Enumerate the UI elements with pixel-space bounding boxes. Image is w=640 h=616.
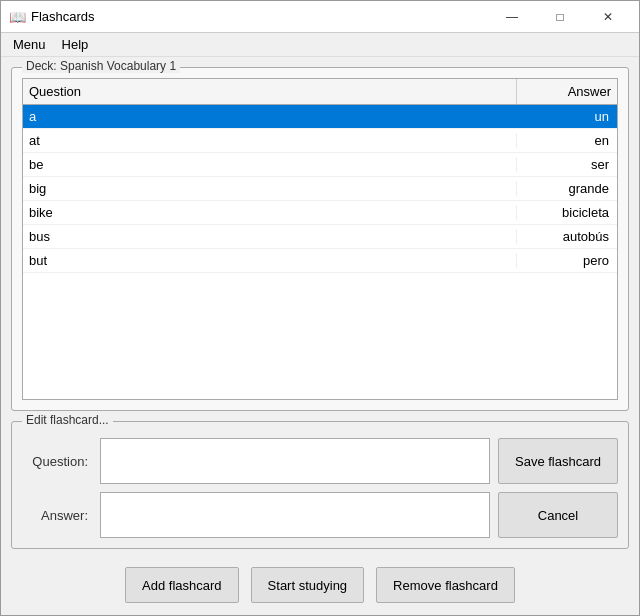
start-studying-button[interactable]: Start studying: [251, 567, 365, 603]
close-button[interactable]: ✕: [585, 2, 631, 32]
bottom-bar: Add flashcard Start studying Remove flas…: [1, 559, 639, 615]
menu-item-menu[interactable]: Menu: [5, 35, 54, 54]
edit-group-label: Edit flashcard...: [22, 413, 113, 427]
deck-group-label: Deck: Spanish Vocabulary 1: [22, 59, 180, 73]
question-input[interactable]: [100, 438, 490, 484]
row-answer: grande: [517, 181, 617, 196]
row-question: be: [23, 157, 517, 172]
row-question: bike: [23, 205, 517, 220]
minimize-button[interactable]: —: [489, 2, 535, 32]
table-row[interactable]: butpero: [23, 249, 617, 273]
remove-flashcard-button[interactable]: Remove flashcard: [376, 567, 515, 603]
window-title: Flashcards: [31, 9, 489, 24]
deck-group-box: Deck: Spanish Vocabulary 1 Question Answ…: [11, 67, 629, 411]
row-answer: pero: [517, 253, 617, 268]
column-header-answer: Answer: [517, 79, 617, 104]
answer-input[interactable]: [100, 492, 490, 538]
window-content: Deck: Spanish Vocabulary 1 Question Answ…: [1, 57, 639, 559]
flashcard-table: Question Answer aunatenbeserbiggrandebik…: [22, 78, 618, 400]
cancel-button[interactable]: Cancel: [498, 492, 618, 538]
edit-grid: Question: Save flashcard Answer: Cancel: [22, 432, 618, 538]
row-answer: ser: [517, 157, 617, 172]
save-flashcard-button[interactable]: Save flashcard: [498, 438, 618, 484]
row-question: big: [23, 181, 517, 196]
answer-label: Answer:: [22, 508, 92, 523]
add-flashcard-button[interactable]: Add flashcard: [125, 567, 239, 603]
edit-group-box: Edit flashcard... Question: Save flashca…: [11, 421, 629, 549]
row-question: bus: [23, 229, 517, 244]
row-question: but: [23, 253, 517, 268]
app-icon: 📖: [9, 9, 25, 25]
title-bar: 📖 Flashcards — □ ✕: [1, 1, 639, 33]
menu-bar: Menu Help: [1, 33, 639, 57]
table-header: Question Answer: [23, 79, 617, 105]
row-question: a: [23, 109, 517, 124]
main-window: 📖 Flashcards — □ ✕ Menu Help Deck: Spani…: [0, 0, 640, 616]
column-header-question: Question: [23, 79, 517, 104]
menu-item-help[interactable]: Help: [54, 35, 97, 54]
table-row[interactable]: aun: [23, 105, 617, 129]
row-answer: autobús: [517, 229, 617, 244]
table-row[interactable]: aten: [23, 129, 617, 153]
table-row[interactable]: bikebicicleta: [23, 201, 617, 225]
table-row[interactable]: beser: [23, 153, 617, 177]
row-answer: bicicleta: [517, 205, 617, 220]
table-body[interactable]: aunatenbeserbiggrandebikebicicletabusaut…: [23, 105, 617, 399]
table-row[interactable]: biggrande: [23, 177, 617, 201]
table-row[interactable]: busautobús: [23, 225, 617, 249]
row-answer: en: [517, 133, 617, 148]
question-label: Question:: [22, 454, 92, 469]
row-answer: un: [517, 109, 617, 124]
title-bar-controls: — □ ✕: [489, 2, 631, 32]
row-question: at: [23, 133, 517, 148]
maximize-button[interactable]: □: [537, 2, 583, 32]
